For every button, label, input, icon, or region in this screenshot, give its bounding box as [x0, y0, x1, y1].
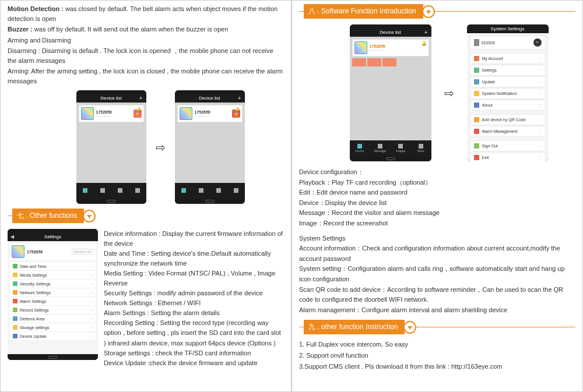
settings-item: Date and Time›	[10, 262, 96, 271]
desc-message: Message：Record the visitor and alarm mes…	[299, 208, 575, 218]
system-item: Add device by QR Code›	[470, 114, 546, 125]
settings-item-label: Security Settings	[20, 282, 51, 286]
system-item-label: About	[482, 103, 493, 107]
action-button	[352, 58, 366, 66]
tab-label: More	[417, 149, 424, 153]
tab-more: More	[411, 140, 431, 156]
settings-phone: ◀ Settings 1752659 Device Info Date and …	[8, 229, 98, 360]
system-item: About›	[470, 100, 546, 111]
device-thumbnail	[180, 107, 192, 120]
system-list-3: Sign Out›Exit›	[470, 140, 546, 161]
wifi-icon: ⌔	[533, 38, 542, 47]
desc-media: Media Setting : Video Format (NTSC/ PAL)…	[104, 269, 284, 288]
tab-label: Images	[396, 149, 405, 153]
chevron-right-icon: ›	[92, 264, 93, 269]
desc-device: Device：Display the device list	[299, 198, 575, 209]
device-thumbnail	[81, 107, 94, 120]
down-arrow-icon	[403, 321, 416, 334]
system-item: Update›	[470, 76, 546, 87]
system-item-icon	[474, 143, 479, 149]
settings-item: Network Settings›	[10, 288, 96, 297]
phone-tabbar: DeviceMessageImagesMore	[350, 140, 431, 156]
device-thumbnail	[12, 245, 24, 258]
chevron-right-icon: ›	[92, 291, 93, 295]
device-config-heading: Device configuration：	[299, 167, 575, 178]
phones-row-right: Device list + 1752659 ○ ――― ♡ 🔔	[322, 24, 575, 161]
system-item-icon	[474, 129, 479, 134]
chevron-right-icon: ›	[92, 326, 93, 330]
settings-item: Device Update›	[10, 332, 96, 341]
tab-label: Device	[355, 149, 364, 153]
arrow-right-icon: ⇨	[444, 86, 454, 100]
desc-device-info: Device information : Display the current…	[104, 229, 284, 249]
chevron-right-icon: ›	[540, 156, 541, 160]
system-item-label: Add device by QR Code	[482, 118, 526, 122]
chevron-right-icon: ›	[540, 91, 541, 96]
desc-playback: Playback：Play TF card recording（optional…	[299, 178, 575, 188]
chevron-right-icon: ›	[540, 68, 541, 72]
buzzer-label: Buzzer :	[8, 26, 33, 33]
settings-item-icon	[13, 299, 17, 303]
down-arrow-icon	[422, 5, 435, 18]
document-page: Motion Detection : was closed by default…	[0, 0, 583, 392]
tab-icon	[378, 144, 382, 149]
other-functions-section: ◀ Settings 1752659 Device Info Date and …	[8, 229, 284, 368]
arming-text: Arming: After the arming setting , the l…	[8, 66, 284, 86]
action-button	[382, 58, 396, 66]
system-settings-heading: System Settings	[299, 234, 575, 244]
phone-title: ◀ Settings	[8, 232, 98, 241]
other-function-list: 1. Full Duplex voice intercom, So easy 2…	[299, 339, 575, 372]
settings-item-icon	[13, 325, 17, 330]
system-settings-phone: System Settings 910928 ⌔ My Account›Sett…	[467, 24, 549, 161]
settings-item: Defence Area›	[10, 315, 96, 323]
settings-item-icon	[13, 290, 17, 295]
chevron-right-icon: ›	[540, 129, 541, 133]
desc-alarm: Alarm Settings : Setting the alarm detai…	[104, 308, 284, 318]
desc-date-time: Date and Time : Setting device's time.De…	[104, 249, 284, 269]
settings-item-icon	[13, 281, 17, 286]
bell-icon: 🔔	[422, 41, 427, 46]
phone-tabbar	[175, 183, 245, 198]
phone-tabbar	[76, 183, 146, 198]
buzzer-text: Buzzer : was off by default. It will sen…	[8, 24, 284, 34]
settings-item-label: Network Settings	[20, 291, 51, 295]
section-9-header: 九 . other function Instruction	[299, 320, 575, 334]
settings-item-icon	[13, 316, 17, 321]
settings-item: Media Settings›	[10, 271, 96, 280]
device-card: 1752659 ○ ――― ♡ 🔓 🔔	[79, 105, 144, 122]
tab-message: Message	[370, 140, 391, 156]
system-item: Sign Out›	[470, 140, 546, 151]
add-icon: +	[238, 95, 241, 101]
back-icon: ◀	[10, 234, 14, 239]
phones-row-left: Device list + 1752659 ○ ――― ♡ 🔓 🔔	[37, 90, 284, 204]
settings-item: Alarm Settings›	[10, 297, 96, 306]
chevron-right-icon: ›	[540, 144, 541, 148]
bell-icon: 🔔	[235, 107, 240, 112]
device-list-phone: Device list + 1752659 ○ ――― ♡ 🔔	[350, 24, 431, 161]
system-item-icon	[474, 79, 479, 84]
chevron-right-icon: ›	[540, 103, 541, 107]
tab-icon	[419, 144, 423, 149]
tab-images: Images	[391, 140, 411, 156]
system-item-icon	[474, 68, 479, 73]
right-column: 八 . Software Function Introduction Devic…	[292, 0, 583, 392]
system-item: Settings›	[470, 65, 546, 76]
section-8-title: 八 . Software Function Introduction	[304, 4, 423, 19]
settings-item-label: Media Settings	[20, 273, 47, 277]
settings-item: Security Settings›	[10, 280, 96, 288]
device-card: 1752659 ○ ――― ♡ 🔔	[352, 39, 429, 56]
system-list-1: My Account›Settings›Update›System Notifi…	[470, 53, 546, 111]
action-button	[367, 58, 381, 66]
add-icon: +	[424, 29, 428, 36]
settings-item-icon	[13, 264, 17, 269]
settings-item-label: Defence Area	[20, 317, 44, 321]
system-item-label: Alarm Management	[482, 129, 518, 133]
list-item-1: 1. Full Duplex voice intercom, So easy	[299, 339, 575, 350]
desc-network: Network Settings : Ethernet / WIFI	[104, 298, 284, 308]
system-list-2: Add device by QR Code›Alarm Management›	[470, 114, 546, 137]
device-info-button: Device Info	[72, 249, 94, 255]
bell-icon: 🔔	[136, 107, 142, 112]
desc-update: Device Update :check the device firmware…	[104, 358, 284, 368]
add-icon: +	[139, 95, 143, 101]
desc-recording: Recording Setting : Setting the record t…	[104, 318, 284, 348]
